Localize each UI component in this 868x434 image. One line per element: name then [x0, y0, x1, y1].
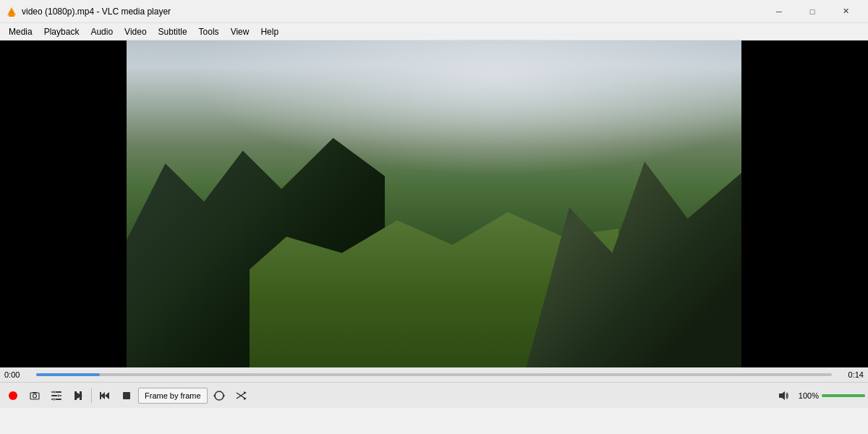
menu-video[interactable]: Video: [119, 24, 152, 40]
record-button[interactable]: [3, 386, 23, 406]
svg-marker-23: [223, 393, 225, 398]
close-button[interactable]: ✕: [829, 0, 862, 23]
svg-rect-2: [9, 14, 14, 15]
svg-rect-17: [75, 391, 77, 400]
svg-rect-7: [33, 392, 37, 393]
video-area[interactable]: [127, 41, 741, 367]
menu-tools[interactable]: Tools: [193, 24, 225, 40]
play-icon: [72, 390, 84, 401]
seek-bar-container: 0:00 0:14: [0, 367, 868, 382]
extended-settings-button[interactable]: [46, 386, 67, 406]
volume-fill: [822, 394, 865, 397]
svg-rect-5: [30, 393, 39, 399]
random-icon: [235, 390, 247, 401]
time-total: 0:14: [836, 370, 864, 379]
play-button[interactable]: [68, 386, 88, 406]
svg-point-12: [57, 394, 60, 397]
snapshot-button[interactable]: [25, 386, 45, 406]
svg-rect-22: [123, 392, 130, 399]
menu-playback[interactable]: Playback: [38, 24, 85, 40]
stop-icon: [121, 390, 132, 401]
svg-marker-28: [244, 397, 247, 400]
menu-subtitle[interactable]: Subtitle: [153, 24, 193, 40]
svg-point-4: [9, 391, 17, 400]
random-button[interactable]: [231, 386, 251, 406]
settings-icon: [51, 390, 62, 401]
controls-bar: Frame by frame 100%: [0, 382, 868, 408]
svg-point-11: [53, 391, 56, 393]
volume-label: 100%: [796, 391, 819, 400]
svg-point-6: [33, 394, 37, 398]
svg-point-13: [53, 398, 56, 401]
previous-button[interactable]: [95, 386, 115, 406]
video-container[interactable]: [0, 41, 868, 367]
record-icon: [7, 390, 19, 401]
svg-marker-27: [244, 391, 247, 394]
vlc-icon: [6, 6, 17, 17]
volume-button[interactable]: [775, 387, 793, 404]
window-title: video (1080p).mp4 - VLC media player: [22, 7, 762, 17]
svg-marker-24: [213, 393, 216, 398]
menu-bar: Media Playback Audio Video Subtitle Tool…: [0, 23, 868, 41]
time-elapsed: 0:00: [4, 370, 32, 379]
menu-help[interactable]: Help: [255, 24, 284, 40]
volume-icon: [778, 390, 790, 401]
svg-marker-29: [779, 391, 785, 400]
stop-button[interactable]: [116, 386, 137, 406]
valley-layer: [250, 204, 618, 367]
loop-icon: [213, 390, 225, 401]
title-bar: video (1080p).mp4 - VLC media player ─ □…: [0, 0, 868, 23]
maximize-button[interactable]: □: [796, 0, 829, 23]
window-controls: ─ □ ✕: [762, 0, 862, 23]
loop-button[interactable]: [209, 386, 229, 406]
camera-icon: [29, 390, 41, 401]
svg-rect-21: [100, 392, 101, 399]
svg-rect-3: [9, 15, 14, 17]
seek-fill: [36, 373, 100, 376]
frame-by-frame-button[interactable]: Frame by frame: [138, 388, 208, 404]
volume-track[interactable]: [822, 394, 865, 397]
volume-area: 100%: [775, 387, 865, 404]
svg-rect-18: [80, 391, 82, 400]
video-frame: [127, 41, 741, 367]
seek-track[interactable]: [36, 373, 832, 376]
minimize-button[interactable]: ─: [762, 0, 796, 23]
svg-marker-20: [105, 392, 109, 399]
separator-1: [91, 388, 92, 403]
menu-audio[interactable]: Audio: [85, 24, 119, 40]
menu-view[interactable]: View: [225, 24, 255, 40]
menu-media[interactable]: Media: [3, 24, 38, 40]
previous-icon: [99, 390, 111, 401]
